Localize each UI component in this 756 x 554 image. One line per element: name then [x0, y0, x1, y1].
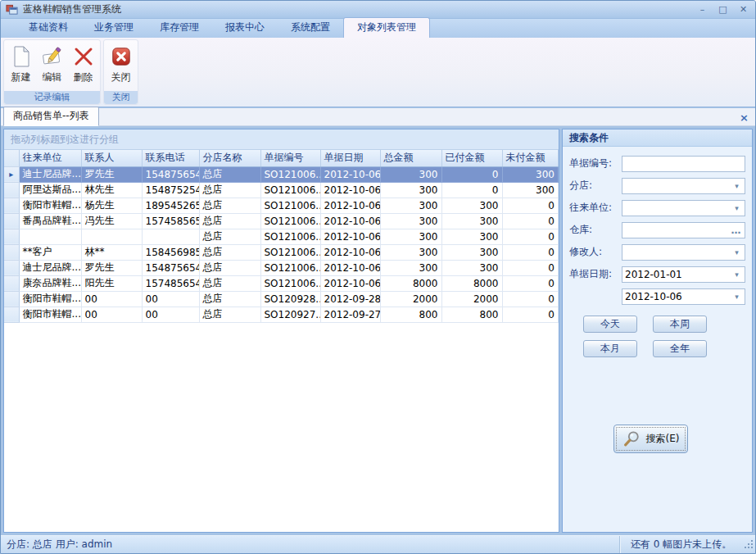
table-row[interactable]: 衡阳市鞋帽...0000总店SO120927...2012-09-2780080…: [4, 307, 559, 322]
column-header[interactable]: 单据日期: [320, 150, 380, 166]
modifier-combo[interactable]: ▾: [622, 244, 745, 261]
today-button[interactable]: 今天: [583, 316, 637, 333]
maximize-button[interactable]: □: [716, 4, 730, 15]
chevron-down-icon[interactable]: ▾: [731, 270, 742, 279]
cell[interactable]: 林**: [81, 244, 142, 260]
cell[interactable]: 衡阳市鞋帽...: [19, 291, 81, 307]
cell[interactable]: 2000: [380, 291, 441, 307]
cell[interactable]: 总店: [199, 213, 260, 229]
table-row[interactable]: 衡阳市鞋帽...0000总店SO120928...2012-09-2820002…: [4, 291, 559, 307]
group-by-bar[interactable]: 拖动列标题到这进行分组: [4, 129, 559, 150]
row-indicator[interactable]: [4, 244, 19, 260]
cell[interactable]: 2012-10-06: [320, 244, 380, 260]
table-row[interactable]: 总店SO121006...2012-10-063003000: [4, 229, 559, 244]
row-indicator[interactable]: [4, 275, 19, 291]
minimize-button[interactable]: –: [695, 4, 709, 15]
column-header[interactable]: 联系电话: [142, 150, 199, 166]
cell[interactable]: [142, 229, 199, 244]
cell[interactable]: 阳先生: [81, 275, 142, 291]
cell[interactable]: 300: [502, 182, 559, 198]
column-header[interactable]: 联系人: [81, 150, 142, 166]
cell[interactable]: 157458565...: [142, 213, 199, 229]
cell[interactable]: 154875654...: [142, 260, 199, 275]
cell[interactable]: 300: [441, 244, 502, 260]
cell[interactable]: 00: [142, 291, 199, 307]
row-indicator[interactable]: [4, 198, 19, 213]
cell[interactable]: 总店: [199, 244, 260, 260]
cell[interactable]: 番禺品牌鞋...: [19, 213, 81, 229]
cell[interactable]: 154875254...: [142, 182, 199, 198]
cell[interactable]: 2000: [441, 291, 502, 307]
cell[interactable]: 2012-10-06: [320, 213, 380, 229]
cell[interactable]: 300: [441, 213, 502, 229]
cell[interactable]: 2012-09-28: [320, 291, 380, 307]
column-header[interactable]: 分店名称: [199, 150, 260, 166]
tab-object-list-management[interactable]: 对象列表管理: [343, 17, 430, 38]
table-row[interactable]: 迪士尼品牌...罗先生154875654...总店SO121006...2012…: [4, 260, 559, 275]
cell[interactable]: 0: [502, 244, 559, 260]
column-header[interactable]: 未付金额: [502, 150, 559, 166]
row-indicator[interactable]: [4, 182, 19, 198]
row-indicator[interactable]: [4, 307, 19, 322]
ellipsis-button[interactable]: …: [730, 225, 742, 236]
column-header[interactable]: 已付金额: [441, 150, 502, 166]
date-to-combo[interactable]: 2012-10-06▾: [622, 288, 745, 305]
cell[interactable]: 杨先生: [81, 198, 142, 213]
cell[interactable]: SO121006...: [260, 182, 320, 198]
edit-button[interactable]: 编辑: [38, 42, 66, 84]
tab-product-sales-list[interactable]: 商品销售单--列表: [3, 107, 99, 126]
table-row[interactable]: 衡阳市鞋帽...杨先生189545265...总店SO121006...2012…: [4, 198, 559, 213]
cell[interactable]: 0: [502, 260, 559, 275]
cell[interactable]: 总店: [199, 260, 260, 275]
cell[interactable]: 0: [502, 291, 559, 307]
cell[interactable]: [81, 229, 142, 244]
cell[interactable]: 总店: [199, 198, 260, 213]
cell[interactable]: SO121006...: [260, 213, 320, 229]
close-window-button[interactable]: ✕: [736, 4, 750, 15]
tab-basic-data[interactable]: 基础资料: [16, 18, 81, 38]
table-row[interactable]: 番禺品牌鞋...冯先生157458565...总店SO121006...2012…: [4, 213, 559, 229]
chevron-down-icon[interactable]: ▾: [731, 248, 742, 257]
column-header[interactable]: 单据编号: [260, 150, 320, 166]
delete-button[interactable]: 删除: [69, 42, 97, 84]
cell[interactable]: 林先生: [81, 182, 142, 198]
cell[interactable]: SO121006...: [260, 275, 320, 291]
cell[interactable]: 总店: [199, 166, 260, 182]
cell[interactable]: 2012-10-06: [320, 198, 380, 213]
row-indicator[interactable]: [4, 260, 19, 275]
cell[interactable]: 康奈品牌鞋...: [19, 275, 81, 291]
tab-report-center[interactable]: 报表中心: [212, 18, 278, 38]
cell[interactable]: SO121006...: [260, 244, 320, 260]
cell[interactable]: 8000: [380, 275, 441, 291]
table-row[interactable]: ▸迪士尼品牌...罗先生154875654...总店SO121006...201…: [4, 166, 559, 182]
branch-combo[interactable]: ▾: [622, 178, 745, 194]
cell[interactable]: 0: [441, 182, 502, 198]
resize-grip-icon[interactable]: [745, 540, 754, 552]
cell[interactable]: 00: [81, 291, 142, 307]
cell[interactable]: 冯先生: [81, 213, 142, 229]
this-week-button[interactable]: 本周: [653, 316, 707, 333]
chevron-down-icon[interactable]: ▾: [731, 293, 742, 301]
tab-business-management[interactable]: 业务管理: [81, 18, 147, 38]
cell[interactable]: 迪士尼品牌...: [19, 166, 81, 182]
chevron-down-icon[interactable]: ▾: [731, 204, 742, 212]
cell[interactable]: 800: [380, 307, 441, 322]
cell[interactable]: 2012-10-06: [320, 166, 380, 182]
cell[interactable]: 衡阳市鞋帽...: [19, 198, 81, 213]
cell[interactable]: SO121006...: [260, 166, 320, 182]
trading-unit-combo[interactable]: ▾: [622, 200, 745, 216]
cell[interactable]: 2012-09-27: [320, 307, 380, 322]
cell[interactable]: 总店: [199, 229, 260, 244]
cell[interactable]: 2012-10-06: [320, 182, 380, 198]
cell[interactable]: 300: [441, 229, 502, 244]
cell[interactable]: 2012-10-06: [320, 229, 380, 244]
cell[interactable]: 0: [441, 166, 502, 182]
cell[interactable]: 0: [502, 307, 559, 322]
cell[interactable]: 300: [380, 166, 441, 182]
cell[interactable]: 8000: [441, 275, 502, 291]
cell[interactable]: 0: [502, 213, 559, 229]
new-button[interactable]: 新建: [7, 42, 35, 84]
cell[interactable]: 00: [81, 307, 142, 322]
warehouse-picker[interactable]: …: [622, 222, 745, 238]
cell[interactable]: SO121006...: [260, 198, 320, 213]
